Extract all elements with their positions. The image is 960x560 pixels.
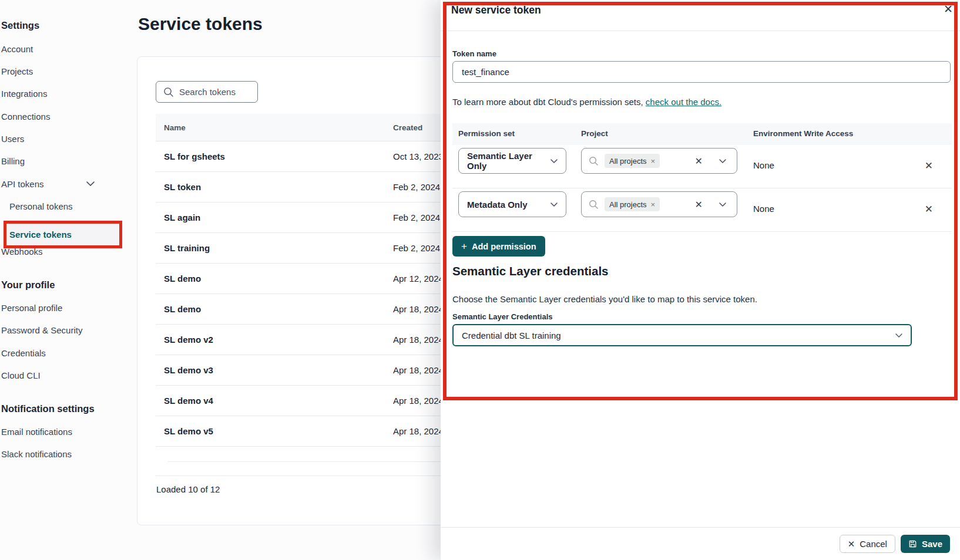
token-created-cell: Apr 18, 2024, — [393, 365, 446, 375]
clear-selection-icon[interactable]: ✕ — [695, 156, 703, 167]
cancel-button[interactable]: ✕ Cancel — [840, 535, 895, 553]
sidebar-item-projects[interactable]: Projects — [1, 64, 33, 78]
token-created-cell: Apr 18, 2024, — [393, 304, 446, 314]
semantic-layer-credentials-select[interactable]: Credential dbt SL training — [452, 324, 912, 346]
token-name-label: Token name — [452, 49, 496, 58]
project-chip-label: All projects — [609, 200, 647, 209]
sidebar-item-api-tokens[interactable]: API tokens — [1, 177, 95, 191]
token-name-cell: SL for gsheets — [156, 151, 393, 161]
permission-set-value: Metadata Only — [467, 200, 551, 210]
sidebar-item-webhooks[interactable]: Webhooks — [1, 244, 43, 258]
permission-set-select[interactable]: Metadata Only — [458, 191, 566, 217]
new-service-token-drawer: New service token ✕ Token name To learn … — [441, 0, 960, 560]
drawer-title: New service token — [451, 4, 541, 16]
save-label: Save — [922, 539, 942, 549]
token-name-cell: SL training — [156, 243, 393, 253]
sidebar-item-slack-notifications[interactable]: Slack notifications — [1, 447, 72, 461]
token-name-cell: SL demo — [156, 274, 393, 284]
chevron-down-icon — [551, 203, 558, 207]
project-chip-label: All projects — [609, 157, 647, 166]
search-tokens-input[interactable] — [179, 87, 249, 97]
docs-hint: To learn more about dbt Cloud's permissi… — [452, 97, 721, 107]
drawer-header: New service token ✕ — [441, 0, 960, 31]
project-multiselect[interactable]: All projects × ✕ — [581, 191, 737, 217]
chevron-down-icon — [719, 159, 726, 163]
search-icon — [163, 87, 174, 97]
sidebar-heading-notification-settings: Notification settings — [1, 403, 95, 414]
drawer-footer: ✕ Cancel Save — [441, 527, 960, 560]
permission-row: Semantic Layer Only All projects × ✕ Non… — [452, 145, 952, 188]
token-created-cell: Apr 18, 2024, — [393, 426, 446, 436]
credentials-selected-value: Credential dbt SL training — [462, 330, 895, 340]
sidebar-item-personal-profile[interactable]: Personal profile — [1, 301, 62, 315]
token-created-cell: Apr 12, 2024, — [393, 274, 446, 284]
semantic-layer-credentials-label: Semantic Layer Credentials — [452, 312, 553, 321]
clear-selection-icon[interactable]: ✕ — [695, 199, 703, 210]
sidebar-item-personal-tokens[interactable]: Personal tokens — [9, 199, 73, 213]
project-chip[interactable]: All projects × — [605, 154, 660, 168]
sidebar-item-credentials[interactable]: Credentials — [1, 346, 46, 360]
token-name-cell: SL demo — [156, 304, 393, 314]
settings-sidebar: Settings Account Projects Integrations C… — [0, 0, 126, 560]
column-header-permission-set: Permission set — [458, 129, 515, 138]
token-created-cell: Apr 18, 2024, — [393, 396, 446, 406]
cancel-label: Cancel — [860, 539, 887, 549]
chevron-down-icon — [551, 159, 558, 163]
save-icon — [908, 539, 917, 548]
token-name-input[interactable] — [452, 61, 951, 83]
project-chip[interactable]: All projects × — [605, 197, 660, 211]
sidebar-item-label: Service tokens — [9, 230, 72, 239]
sidebar-item-billing[interactable]: Billing — [1, 154, 25, 168]
sidebar-item-integrations[interactable]: Integrations — [1, 86, 47, 100]
add-permission-label: Add permission — [472, 242, 536, 251]
page-title: Service tokens — [138, 14, 263, 34]
plus-icon: + — [461, 241, 467, 252]
add-permission-button[interactable]: + Add permission — [452, 236, 545, 257]
project-multiselect[interactable]: All projects × ✕ — [581, 148, 737, 174]
token-name-cell: SL again — [156, 212, 393, 222]
permissions-header: Permission set Project Environment Write… — [452, 123, 952, 145]
docs-hint-text: To learn more about dbt Cloud's permissi… — [452, 97, 646, 107]
permission-set-select[interactable]: Semantic Layer Only — [458, 148, 566, 174]
env-write-access-value: None — [753, 160, 774, 170]
sidebar-item-connections[interactable]: Connections — [1, 109, 50, 123]
column-header-env-write-access: Environment Write Access — [753, 129, 853, 138]
token-name-cell: SL demo v4 — [156, 396, 393, 406]
permission-rows: Semantic Layer Only All projects × ✕ Non… — [452, 145, 952, 232]
column-header-created: Created — [393, 123, 422, 132]
token-name-cell: SL demo v2 — [156, 335, 393, 345]
sidebar-item-cloud-cli[interactable]: Cloud CLI — [1, 368, 41, 382]
permission-row: Metadata Only All projects × ✕ None ✕ — [452, 188, 952, 232]
remove-permission-icon[interactable]: ✕ — [925, 160, 933, 172]
token-name-cell: SL demo v3 — [156, 365, 393, 375]
cancel-icon: ✕ — [848, 539, 855, 549]
sidebar-item-account[interactable]: Account — [1, 42, 33, 56]
chip-remove-icon[interactable]: × — [651, 157, 656, 166]
permission-set-value: Semantic Layer Only — [467, 151, 551, 171]
sidebar-heading-your-profile: Your profile — [1, 279, 55, 291]
semantic-layer-credentials-description: Choose the Semantic Layer credentials yo… — [452, 294, 757, 304]
chevron-down-icon — [719, 203, 726, 207]
chip-remove-icon[interactable]: × — [651, 200, 656, 209]
docs-link[interactable]: check out the docs. — [646, 97, 721, 107]
column-header-name: Name — [156, 123, 393, 132]
sidebar-item-password-security[interactable]: Password & Security — [1, 323, 82, 337]
token-name-cell: SL token — [156, 182, 393, 192]
column-header-project: Project — [581, 129, 608, 138]
search-icon — [589, 156, 599, 166]
search-icon — [589, 200, 599, 210]
token-name-cell: SL demo v5 — [156, 426, 393, 436]
sidebar-item-users[interactable]: Users — [1, 131, 24, 146]
remove-permission-icon[interactable]: ✕ — [925, 203, 933, 215]
close-icon[interactable]: ✕ — [944, 3, 953, 16]
sidebar-item-email-notifications[interactable]: Email notifications — [1, 424, 72, 438]
sidebar-heading-settings: Settings — [1, 20, 39, 31]
search-tokens-box — [156, 81, 258, 103]
save-button[interactable]: Save — [901, 535, 950, 553]
token-created-cell: Apr 18, 2024, — [393, 335, 446, 345]
chevron-down-icon — [86, 181, 95, 186]
semantic-layer-credentials-heading: Semantic Layer credentials — [452, 264, 609, 278]
sidebar-item-label: API tokens — [1, 179, 44, 189]
token-created-cell: Oct 13, 2023, — [393, 151, 446, 161]
chevron-down-icon — [895, 333, 902, 338]
